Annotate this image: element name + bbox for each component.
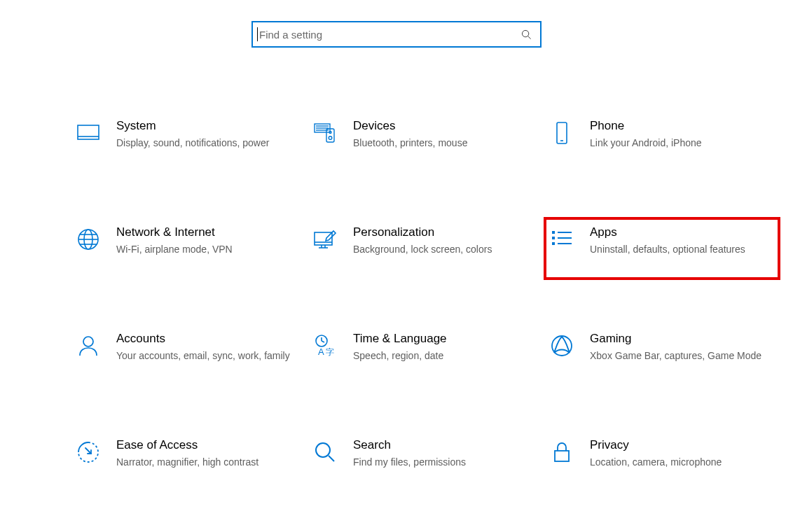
svg-rect-38 [555, 451, 569, 461]
tile-title: Ease of Access [116, 438, 291, 452]
phone-icon [549, 120, 574, 146]
search-input[interactable] [259, 22, 517, 46]
tile-desc: Background, lock screen, colors [353, 242, 528, 256]
tile-system[interactable]: System Display, sound, notifications, po… [70, 111, 307, 174]
devices-icon [312, 120, 338, 146]
svg-rect-24 [552, 237, 555, 239]
ease-of-access-icon [76, 440, 101, 465]
svg-point-0 [522, 30, 528, 36]
tile-desc: Narrator, magnifier, high contrast [116, 455, 291, 469]
tile-title: Phone [590, 119, 765, 133]
tile-ease-of-access[interactable]: Ease of Access Narrator, magnifier, high… [70, 430, 307, 493]
svg-rect-2 [78, 125, 99, 139]
search-icon [521, 29, 532, 40]
svg-line-1 [528, 36, 531, 38]
tile-gaming[interactable]: Gaming Xbox Game Bar, captures, Game Mod… [544, 323, 780, 386]
tile-title: Privacy [590, 438, 765, 452]
svg-point-10 [329, 136, 332, 140]
tile-accounts[interactable]: Accounts Your accounts, email, sync, wor… [70, 323, 307, 386]
search-box[interactable] [251, 21, 542, 48]
tile-desc: Bluetooth, printers, mouse [353, 136, 528, 150]
tile-desc: Wi-Fi, airplane mode, VPN [116, 242, 291, 256]
settings-grid: System Display, sound, notifications, po… [0, 111, 793, 532]
tile-title: Search [353, 438, 528, 452]
svg-line-37 [329, 456, 334, 461]
personalization-icon [312, 227, 338, 252]
system-icon [76, 120, 101, 146]
tile-desc: Your accounts, email, sync, work, family [116, 349, 291, 363]
apps-icon [549, 227, 574, 252]
accounts-icon [76, 333, 101, 358]
time-language-icon: A 字 [312, 333, 338, 358]
tile-desc: Location, camera, microphone [590, 455, 765, 469]
tile-desc: Xbox Game Bar, captures, Game Mode [590, 349, 765, 363]
tile-apps[interactable]: Apps Uninstall, defaults, optional featu… [544, 217, 780, 280]
tile-phone[interactable]: Phone Link your Android, iPhone [544, 111, 780, 174]
tile-search[interactable]: Search Find my files, permissions [307, 430, 544, 493]
tile-network[interactable]: Network & Internet Wi-Fi, airplane mode,… [70, 217, 307, 280]
svg-rect-23 [552, 231, 555, 234]
tile-title: Devices [353, 119, 528, 133]
tile-time-language[interactable]: A 字 Time & Language Speech, region, date [307, 323, 544, 386]
svg-point-36 [316, 443, 330, 457]
gaming-icon [549, 333, 574, 358]
tile-desc: Speech, region, date [353, 349, 528, 363]
tile-privacy[interactable]: Privacy Location, camera, microphone [544, 430, 780, 493]
lock-icon [549, 440, 574, 465]
tile-title: System [116, 119, 291, 133]
tile-personalization[interactable]: Personalization Background, lock screen,… [307, 217, 544, 280]
tile-title: Network & Internet [116, 225, 291, 239]
tile-title: Personalization [353, 225, 528, 239]
search-container [0, 21, 793, 48]
globe-icon [76, 227, 101, 252]
tile-title: Accounts [116, 332, 291, 346]
search-category-icon [312, 440, 338, 465]
tile-desc: Find my files, permissions [353, 455, 528, 469]
svg-text:字: 字 [326, 347, 334, 357]
tile-desc: Uninstall, defaults, optional features [590, 242, 765, 256]
tile-title: Apps [590, 225, 765, 239]
tile-desc: Display, sound, notifications, power [116, 136, 291, 150]
tile-title: Gaming [590, 332, 765, 346]
tile-desc: Link your Android, iPhone [590, 136, 765, 150]
svg-rect-25 [552, 242, 555, 245]
svg-point-29 [83, 337, 93, 346]
svg-text:A: A [318, 346, 324, 357]
svg-line-32 [322, 341, 324, 342]
text-caret [257, 27, 258, 41]
tile-title: Time & Language [353, 332, 528, 346]
tile-devices[interactable]: Devices Bluetooth, printers, mouse [307, 111, 544, 174]
